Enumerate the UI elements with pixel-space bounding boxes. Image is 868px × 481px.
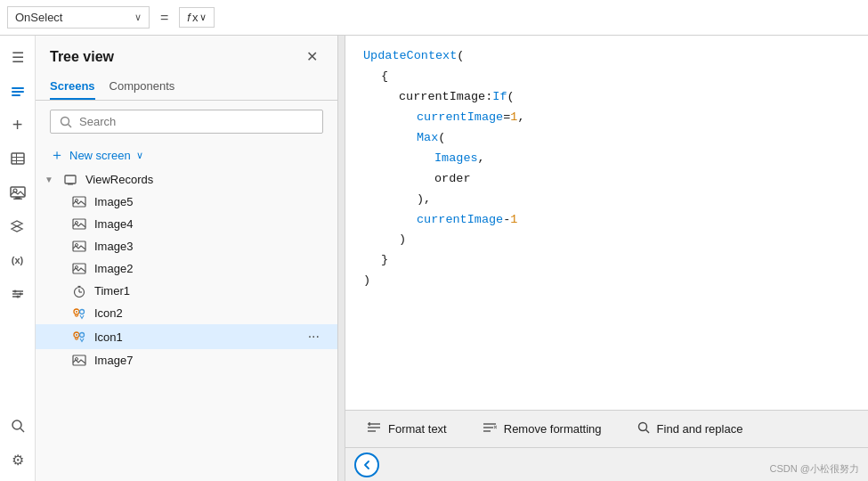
code-token: )	[363, 271, 370, 291]
code-token: currentImage	[417, 210, 503, 231]
tree-search-box[interactable]	[50, 110, 323, 134]
format-text-button[interactable]: Format text	[360, 418, 454, 440]
data-icon[interactable]	[4, 144, 32, 173]
layers-icon[interactable]	[4, 77, 32, 105]
remove-formatting-button[interactable]: Remove formatting	[475, 418, 609, 440]
formula-dropdown-chevron: ∨	[134, 12, 142, 23]
hamburger-icon[interactable]: ☰	[4, 43, 32, 71]
code-token: }	[381, 250, 388, 271]
tree-item-image4[interactable]: Image4	[36, 213, 337, 235]
remove-formatting-label: Remove formatting	[504, 422, 602, 436]
image-icon	[71, 218, 87, 231]
code-line-7: order	[363, 169, 850, 190]
add-icon[interactable]: +	[4, 110, 32, 139]
tree-tabs: Screens Components	[36, 74, 337, 101]
new-screen-plus: ＋	[50, 146, 64, 165]
tools-icon[interactable]	[4, 280, 32, 308]
new-screen-button[interactable]: ＋ New screen ∨	[36, 143, 337, 168]
tree-item-label: Image4	[94, 217, 323, 231]
svg-rect-3	[12, 153, 24, 164]
tree-item-image3[interactable]: Image3	[36, 235, 337, 257]
main-layout: ☰ + (x)	[0, 36, 868, 481]
sidebar-icons: ☰ + (x)	[0, 36, 36, 481]
chevron-left-icon	[361, 460, 372, 470]
formula-label: OnSelect	[15, 11, 62, 24]
tree-item-label: Image3	[94, 240, 323, 253]
tree-item-viewrecords[interactable]: ▼ ViewRecords	[36, 168, 337, 191]
image-icon	[71, 263, 87, 275]
code-line-8: ),	[363, 190, 850, 210]
remove-formatting-icon	[483, 421, 497, 436]
code-token: 1	[510, 108, 517, 128]
code-token: -	[503, 210, 510, 231]
tree-item-image5[interactable]: Image5	[36, 191, 337, 213]
code-token: currentImage:	[399, 87, 492, 108]
close-tree-button[interactable]: ✕	[301, 46, 323, 67]
tab-screens[interactable]: Screens	[50, 74, 95, 100]
variable-icon[interactable]: (x)	[4, 246, 32, 274]
collapse-row	[345, 447, 868, 481]
svg-point-37	[76, 311, 77, 313]
svg-rect-7	[11, 187, 25, 197]
equals-sign: =	[157, 10, 172, 26]
media-icon[interactable]	[4, 178, 32, 207]
code-token: UpdateContext	[363, 46, 457, 67]
svg-rect-0	[12, 87, 24, 89]
fx-label: f	[187, 11, 191, 24]
code-token: Images	[434, 149, 478, 169]
code-line-12: )	[363, 271, 850, 291]
tab-components[interactable]: Components	[110, 74, 175, 100]
code-line-3: currentImage: If(	[363, 87, 850, 108]
tree-item-label: Image7	[94, 354, 323, 367]
tree-item-icon1[interactable]: Icon1 ···	[36, 324, 337, 349]
tree-panel-title: Tree view	[50, 49, 114, 65]
code-token: 1	[510, 210, 517, 231]
code-token: ,	[478, 149, 485, 169]
svg-point-40	[76, 334, 77, 336]
find-replace-button[interactable]: Find and replace	[630, 418, 750, 440]
code-editor[interactable]: UpdateContext( { currentImage: If( curre…	[345, 36, 868, 410]
new-screen-chevron: ∨	[136, 150, 143, 161]
item-more-menu[interactable]: ···	[304, 329, 323, 345]
formula-dropdown[interactable]: OnSelect ∨	[7, 6, 150, 29]
svg-point-17	[12, 420, 21, 429]
new-screen-label: New screen	[69, 149, 131, 162]
timer-icon	[71, 285, 87, 298]
svg-line-54	[645, 430, 649, 434]
search-icon	[60, 116, 72, 128]
code-token: )	[399, 230, 406, 250]
tree-item-timer1[interactable]: Timer1	[36, 280, 337, 302]
divider	[338, 36, 345, 481]
svg-line-20	[69, 124, 72, 127]
code-token: ),	[417, 190, 431, 210]
code-token: ,	[517, 108, 524, 128]
code-line-1: UpdateContext(	[363, 46, 850, 67]
flow-icon[interactable]	[4, 212, 32, 240]
svg-point-15	[19, 293, 21, 296]
icon1-icon	[71, 330, 87, 343]
image-icon	[71, 355, 87, 367]
search-side-icon[interactable]	[4, 412, 32, 440]
tree-item-label: Image5	[94, 195, 323, 208]
tree-item-image7[interactable]: Image7	[36, 349, 337, 371]
tree-item-label: Timer1	[94, 284, 323, 298]
tree-item-image2[interactable]: Image2	[36, 257, 337, 280]
code-line-9: currentImage - 1	[363, 210, 850, 231]
collapse-button[interactable]	[354, 452, 379, 477]
code-line-5: Max(	[363, 128, 850, 149]
svg-point-38	[80, 309, 85, 314]
code-token: (	[507, 87, 515, 108]
code-token: (	[457, 46, 464, 67]
fx-x: x	[192, 11, 199, 24]
tree-item-label: Icon1	[94, 330, 297, 344]
fx-button[interactable]: fx ∨	[179, 7, 215, 28]
svg-rect-22	[68, 183, 73, 185]
bottom-toolbar: Format text Remove formatting Find and r…	[345, 410, 868, 447]
search-input[interactable]	[79, 115, 313, 128]
svg-point-53	[638, 423, 646, 431]
code-line-11: }	[363, 250, 850, 271]
settings-icon[interactable]: ⚙	[4, 445, 32, 474]
tree-item-icon2[interactable]: Icon2	[36, 302, 337, 324]
tree-list: ▼ ViewRecords Image5	[36, 168, 337, 481]
tree-panel: Tree view ✕ Screens Components ＋ New scr…	[36, 36, 338, 481]
